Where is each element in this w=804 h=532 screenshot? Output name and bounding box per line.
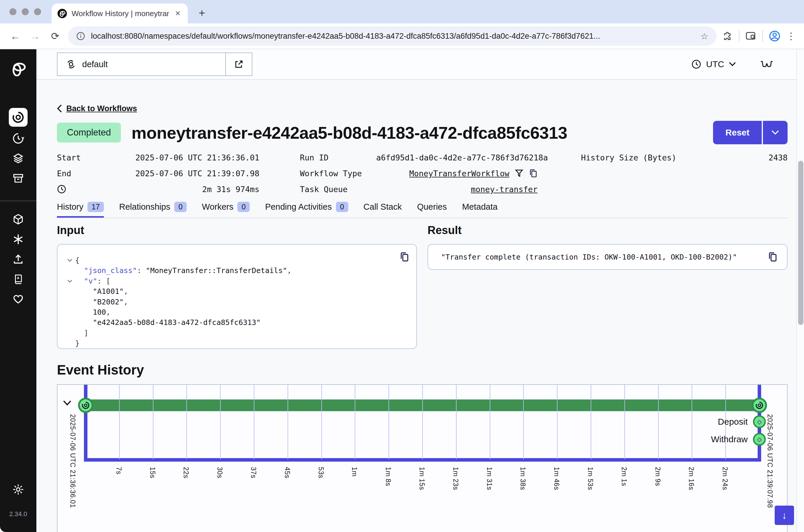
tab-history[interactable]: History17 xyxy=(57,202,104,217)
window-minimize-button[interactable] xyxy=(22,8,29,15)
tab-queries[interactable]: Queries xyxy=(417,202,447,217)
json-gutter xyxy=(64,317,75,328)
result-heading: Result xyxy=(428,224,788,238)
tab-workers[interactable]: Workers0 xyxy=(202,202,250,217)
back-icon[interactable]: ← xyxy=(8,31,22,42)
tab-metadata[interactable]: Metadata xyxy=(462,202,498,217)
sidebar-item-feedback[interactable] xyxy=(12,293,24,305)
toolbar-divider xyxy=(739,30,740,42)
tab-relationships[interactable]: Relationships0 xyxy=(119,202,187,217)
timeline-tick-label: 1m xyxy=(350,467,358,477)
result-card: "Transfer complete (transaction IDs: OKW… xyxy=(428,244,788,270)
timezone-selector[interactable]: UTC xyxy=(691,59,736,69)
page-scrollbar[interactable] xyxy=(797,49,804,532)
new-tab-button[interactable]: + xyxy=(194,5,210,21)
input-json-code: { "json_class": "MoneyTransfer::Transfer… xyxy=(64,255,407,349)
workflow-page: Back to Workflows Completed moneytransfe… xyxy=(57,103,788,532)
extensions-icon[interactable] xyxy=(723,31,733,41)
activity-marker-deposit[interactable]: ◇ xyxy=(753,415,766,428)
bookmark-star-icon[interactable]: ☆ xyxy=(700,31,708,41)
profile-avatar-icon[interactable] xyxy=(769,30,781,42)
address-bar[interactable]: localhost:8080/namespaces/default/workfl… xyxy=(68,26,716,46)
sidebar-item-archive[interactable] xyxy=(12,172,24,184)
workflow-title-row: Completed moneytransfer-e4242aa5-b08d-41… xyxy=(57,121,788,144)
tab-pending-activities[interactable]: Pending Activities0 xyxy=(265,202,348,217)
tab-count-badge: 0 xyxy=(237,202,250,212)
input-card: { "json_class": "MoneyTransfer::Transfer… xyxy=(57,244,417,349)
sidebar-divider xyxy=(0,201,36,201)
heart-icon xyxy=(12,293,24,305)
theme-toggle-sun-icon[interactable] xyxy=(13,484,24,495)
workflow-type-link[interactable]: MoneyTransferWorkflow xyxy=(409,169,509,178)
timeline-tick-label: 37s xyxy=(249,467,257,478)
scroll-to-bottom-button[interactable]: ↓ xyxy=(775,506,794,525)
timeline-gridline xyxy=(355,385,355,459)
timeline-gridline xyxy=(692,385,692,459)
timeline-gridline xyxy=(456,385,456,459)
timeline-tick-label: 1m 38s xyxy=(519,467,527,490)
start-value: 2025-07-06 UTC 21:36:36.01 xyxy=(116,153,259,162)
sidebar-item-import[interactable] xyxy=(12,253,24,265)
tab-count-badge: 17 xyxy=(88,202,104,212)
reset-dropdown-button[interactable] xyxy=(763,121,788,144)
task-queue-link[interactable]: money-transfer xyxy=(471,185,538,194)
clock-icon xyxy=(691,59,701,69)
timeline-gridline xyxy=(389,385,389,459)
app-version: 2.34.0 xyxy=(9,510,27,518)
browser-tab[interactable]: Workflow History | moneytran ✕ xyxy=(52,3,188,23)
timeline-gridline xyxy=(658,385,659,459)
reset-button[interactable]: Reset xyxy=(713,121,762,144)
namespace-switcher[interactable]: default xyxy=(57,53,253,76)
window-zoom-button[interactable] xyxy=(34,8,41,15)
tab-title: Workflow History | moneytran xyxy=(72,9,169,18)
tab-search-panel-icon[interactable] xyxy=(745,31,756,42)
tab-close-icon[interactable]: ✕ xyxy=(174,10,182,18)
sidebar-item-batch-operations[interactable] xyxy=(12,152,24,164)
workflow-start-marker[interactable] xyxy=(78,398,93,413)
timeline-start-time: 2025-07-06 UTC 21:36:36.01 xyxy=(69,414,77,508)
task-queue-label: Task Queue xyxy=(300,185,376,194)
sidebar-item-docs[interactable] xyxy=(13,273,24,285)
timeline-collapse-icon[interactable] xyxy=(63,400,72,406)
json-collapse-icon[interactable] xyxy=(64,276,75,286)
sun-icon xyxy=(13,484,24,495)
timeline-gridline xyxy=(220,385,221,459)
page-title: moneytransfer-e4242aa5-b08d-4183-a472-df… xyxy=(131,123,703,142)
timeline-tick-label: 7s xyxy=(115,467,123,475)
labs-glasses-icon[interactable] xyxy=(760,60,773,68)
upload-icon xyxy=(12,253,24,265)
scrollbar-thumb[interactable] xyxy=(798,161,803,325)
input-section: Input { "json_class": "MoneyTransfer::Tr… xyxy=(57,224,417,349)
timeline-tick-label: 15s xyxy=(148,467,156,478)
site-info-icon[interactable] xyxy=(76,32,85,40)
sidebar-nav: 2.34.0 xyxy=(0,49,36,532)
sidebar-item-namespaces[interactable] xyxy=(12,233,24,245)
history-size-value: 2438 xyxy=(687,153,788,162)
temporal-logo-icon[interactable] xyxy=(11,61,26,76)
workflow-end-marker[interactable] xyxy=(752,398,767,413)
browser-menu-icon[interactable]: ⋮ xyxy=(786,31,796,42)
copy-icon[interactable] xyxy=(529,169,538,178)
browser-toolbar: ← → ⟳ localhost:8080/namespaces/default/… xyxy=(0,23,804,49)
back-to-workflows-link[interactable]: Back to Workflows xyxy=(66,104,137,113)
window-controls[interactable] xyxy=(10,8,41,15)
forward-icon[interactable]: → xyxy=(28,31,42,42)
tab-call-stack[interactable]: Call Stack xyxy=(363,202,402,217)
url-text[interactable]: localhost:8080/namespaces/default/workfl… xyxy=(91,32,695,41)
sidebar-item-workflows[interactable] xyxy=(9,108,27,127)
activity-marker-withdraw[interactable]: ◇ xyxy=(753,433,766,446)
window-close-button[interactable] xyxy=(10,8,16,15)
namespace-open-button[interactable] xyxy=(225,53,252,75)
asterisk-icon xyxy=(12,233,24,245)
timeline-tick-label: 22s xyxy=(182,467,190,478)
layers-icon xyxy=(12,152,24,164)
start-label: Start xyxy=(57,153,116,162)
sidebar-item-nexus[interactable] xyxy=(12,213,24,225)
filter-icon[interactable] xyxy=(515,169,523,177)
reload-icon[interactable]: ⟳ xyxy=(48,30,62,42)
sidebar-item-schedules[interactable] xyxy=(12,133,24,144)
copy-icon[interactable] xyxy=(399,252,409,262)
copy-icon[interactable] xyxy=(768,252,778,262)
json-collapse-icon[interactable] xyxy=(64,255,75,265)
event-history-heading: Event History xyxy=(57,362,788,378)
